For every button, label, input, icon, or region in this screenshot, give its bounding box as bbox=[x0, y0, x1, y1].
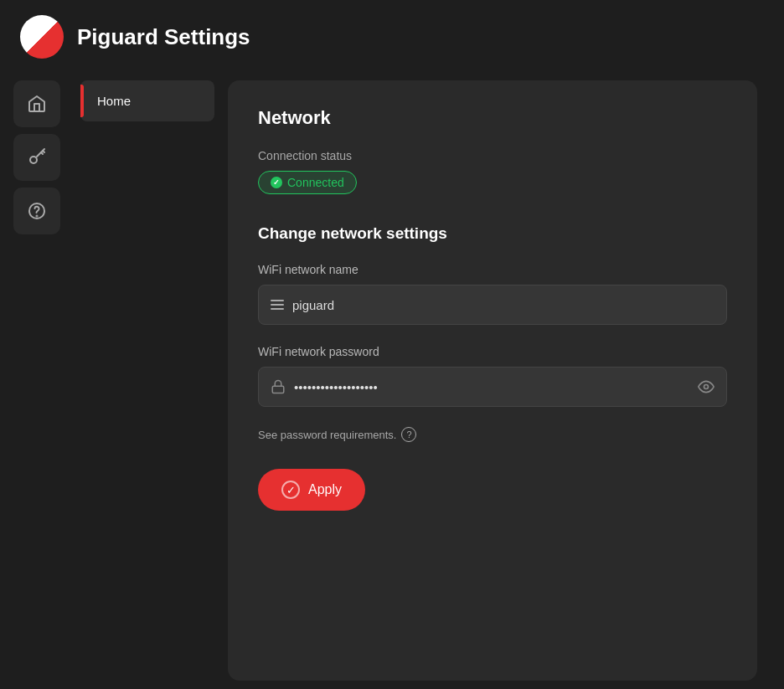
wifi-name-input[interactable] bbox=[292, 298, 714, 312]
wifi-password-label: WiFi network password bbox=[258, 345, 727, 358]
sidebar bbox=[13, 74, 80, 687]
connected-label: Connected bbox=[287, 176, 344, 189]
nav-item-home-label: Home bbox=[97, 94, 131, 108]
svg-point-0 bbox=[30, 157, 37, 163]
password-hint: See password requirements. ? bbox=[258, 427, 727, 442]
show-password-icon[interactable] bbox=[698, 378, 714, 395]
app-title: Piguard Settings bbox=[77, 24, 250, 50]
apply-label: Apply bbox=[308, 482, 342, 497]
svg-point-4 bbox=[704, 385, 709, 389]
wifi-password-input[interactable] bbox=[294, 380, 698, 394]
password-help-icon[interactable]: ? bbox=[401, 427, 416, 442]
svg-point-2 bbox=[37, 216, 38, 217]
wifi-password-input-wrapper bbox=[258, 367, 727, 407]
content-panel: Network Connection status Connected Chan… bbox=[228, 80, 757, 681]
sidebar-item-home[interactable] bbox=[13, 80, 60, 127]
hamburger-icon bbox=[271, 300, 284, 310]
wifi-name-input-wrapper bbox=[258, 285, 727, 325]
connected-dot bbox=[271, 177, 282, 188]
lock-icon bbox=[271, 379, 286, 394]
home-icon bbox=[27, 94, 47, 114]
apply-check-icon: ✓ bbox=[281, 481, 300, 499]
main-layout: Home Network Connection status Connected… bbox=[0, 74, 784, 687]
sidebar-item-help[interactable] bbox=[13, 188, 60, 234]
wifi-name-label: WiFi network name bbox=[258, 263, 727, 276]
change-settings-title: Change network settings bbox=[258, 224, 727, 243]
nav-item-home[interactable]: Home bbox=[80, 80, 214, 121]
wifi-name-icon bbox=[271, 300, 284, 310]
header: Piguard Settings bbox=[0, 0, 784, 74]
key-icon bbox=[27, 147, 47, 167]
sidebar-item-key[interactable] bbox=[13, 134, 60, 181]
status-badge: Connected bbox=[258, 171, 357, 194]
nav-panel: Home bbox=[80, 74, 214, 687]
svg-rect-3 bbox=[272, 386, 284, 393]
password-hint-text: See password requirements. bbox=[258, 429, 396, 441]
connection-status-label: Connection status bbox=[258, 149, 727, 162]
apply-button[interactable]: ✓ Apply bbox=[258, 469, 365, 511]
logo bbox=[20, 15, 64, 59]
help-icon bbox=[27, 201, 47, 221]
network-section-title: Network bbox=[258, 107, 727, 129]
